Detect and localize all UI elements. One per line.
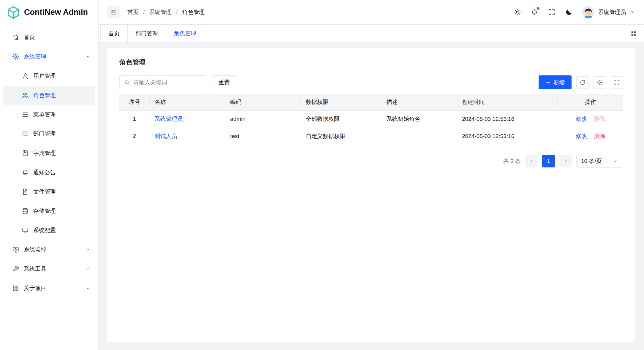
pagination-next-button[interactable] [560,155,572,167]
reset-button[interactable]: 重置 [211,75,237,89]
main-area: 首页 / 系统管理 / 角色管理 [99,0,644,350]
edit-button[interactable]: 修改 [576,116,587,122]
table-settings-button[interactable] [594,76,606,89]
settings-button[interactable] [513,8,521,16]
delete-button[interactable]: 删除 [594,133,605,139]
sidebar-item-storage-management[interactable]: 存储管理 [3,202,95,221]
sidebar-collapse-button[interactable] [107,6,120,18]
sidebar-item-system-management[interactable]: 系统管理 [3,47,95,66]
column-header-operations: 操作 [558,94,623,110]
sidebar-item-dict-management[interactable]: 字典管理 [3,144,95,163]
app-title: ContiNew Admin [24,8,88,17]
table-fullscreen-button[interactable] [611,76,623,89]
cell-created-at: 2024-05-03 12:53:16 [457,110,558,128]
user-menu[interactable]: 系统管理员 [582,6,635,18]
list-icon [21,111,29,118]
tree-icon [21,130,29,138]
table-header-row: 序号 名称 编码 数据权限 描述 创建时间 操作 [119,94,623,110]
menu-fold-icon [110,9,117,15]
chevron-right-icon [563,159,568,164]
sidebar-item-system-monitor[interactable]: 系统监控 [3,240,95,259]
file-icon [21,188,29,196]
refresh-icon [579,79,586,86]
book-icon [21,149,29,157]
sidebar-item-label: 角色管理 [33,91,56,99]
grid-icon [630,30,637,37]
cell-description: 系统初始角色 [381,110,457,128]
avatar [582,6,594,18]
cell-code: test [225,128,301,145]
tab-label: 部门管理 [135,30,158,37]
cell-data-scope: 自定义数据权限 [301,128,382,145]
page-size-value: 10 条/页 [581,157,602,165]
sidebar-item-system-tools[interactable]: 系统工具 [3,259,95,278]
chevron-left-icon [529,159,534,164]
table-controls: 重置 新增 [119,75,623,89]
sidebar-item-label: 系统管理 [24,53,46,61]
cell-description [381,128,457,145]
column-header-index: 序号 [119,94,150,110]
breadcrumb-system-management[interactable]: 系统管理 [149,8,172,16]
breadcrumb-separator: / [176,9,178,15]
refresh-button[interactable] [576,76,589,89]
home-icon [12,34,20,41]
sidebar-item-label: 菜单管理 [33,111,56,118]
sidebar-item-system-config[interactable]: 系统配置 [3,221,95,240]
chevron-down-icon [613,159,618,164]
tab-label: 首页 [108,30,120,37]
breadcrumb-home[interactable]: 首页 [127,8,139,16]
cell-index: 2 [119,128,150,145]
role-name-link[interactable]: 系统管理员 [155,116,183,122]
role-name-link[interactable]: 测试人员 [155,133,177,139]
page-content: 角色管理 重置 新增 [99,43,644,350]
sidebar-item-home[interactable]: 首页 [3,28,95,47]
fullscreen-button[interactable] [548,8,556,16]
chevron-down-icon [85,247,91,252]
edit-button[interactable]: 修改 [576,133,587,139]
sidebar-item-label: 部门管理 [33,130,56,138]
sidebar-item-label: 系统配置 [33,227,56,234]
breadcrumb: 首页 / 系统管理 / 角色管理 [127,8,205,16]
sidebar-item-role-management[interactable]: 角色管理 [3,86,95,105]
search-input[interactable] [133,79,202,86]
pagination-page-1[interactable]: 1 [542,155,555,167]
tab-role-management[interactable]: 角色管理 [166,25,204,42]
table-row: 2 测试人员 test 自定义数据权限 2024-05-03 12:53:16 … [119,128,623,145]
monitor-icon [21,227,29,234]
sidebar: ContiNew Admin 首页 系统管理 用户管理 角色管理 [0,0,99,350]
database-icon [21,207,29,215]
user-name: 系统管理员 [598,8,626,16]
sidebar-item-notice[interactable]: 通知公告 [3,163,95,182]
tab-home[interactable]: 首页 [100,25,128,42]
sidebar-item-label: 字典管理 [33,149,56,157]
tab-label: 角色管理 [174,30,196,37]
pagination-total: 共 2 条 [503,157,521,165]
tab-dept-management[interactable]: 部门管理 [128,25,166,42]
tab-actions-button[interactable] [623,25,644,42]
cell-data-scope: 全部数据权限 [301,110,382,128]
page-size-select[interactable]: 10 条/页 [576,155,623,168]
pagination-prev-button[interactable] [526,155,537,167]
sidebar-item-file-management[interactable]: 文件管理 [3,182,95,201]
column-header-code: 编码 [225,94,301,110]
sidebar-item-label: 通知公告 [33,169,56,176]
expand-icon [614,79,620,86]
logo-cube-icon [7,6,20,19]
search-box [119,75,206,89]
dark-mode-toggle[interactable] [565,8,573,16]
role-management-card: 角色管理 重置 新增 [107,48,635,342]
cell-created-at: 2024-05-03 12:53:16 [457,128,558,145]
sidebar-item-dept-management[interactable]: 部门管理 [3,124,95,143]
delete-button-disabled[interactable]: 删除 [594,116,605,122]
users-icon [21,91,29,99]
sidebar-item-about-project[interactable]: 关于项目 [3,279,95,298]
add-button[interactable]: 新增 [539,75,572,89]
sidebar-item-menu-management[interactable]: 菜单管理 [3,105,95,124]
chevron-down-icon [85,286,91,291]
column-header-created-at: 创建时间 [457,94,558,110]
sidebar-item-label: 关于项目 [24,284,46,292]
app-logo: ContiNew Admin [0,0,98,25]
notifications-button[interactable] [531,8,538,16]
bell-icon [21,169,29,176]
sidebar-item-user-management[interactable]: 用户管理 [3,66,95,85]
